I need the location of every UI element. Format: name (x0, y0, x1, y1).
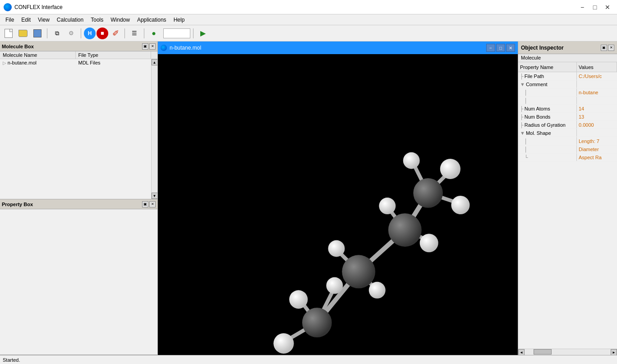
property-box-close[interactable]: ✕ (149, 201, 156, 207)
insp-row-numatoms: ├ Num Atoms 14 (518, 105, 617, 113)
open-icon (18, 30, 28, 37)
viewer-minimize[interactable]: − (486, 44, 495, 52)
inspector-header: Object Inspector ▣ ✕ (518, 41, 617, 54)
new-doc-icon (5, 29, 13, 38)
scroll-down-button[interactable]: ▼ (152, 193, 158, 199)
insp-name-numatoms: ├ Num Atoms (518, 105, 577, 112)
open-button[interactable] (16, 27, 30, 40)
molecule-name-0: ▷ n-butane.mol (0, 60, 76, 66)
run-icon: ✐ (112, 28, 119, 38)
property-box-restore[interactable]: ▣ (142, 201, 148, 207)
app-icon (4, 3, 12, 11)
hydrogen-button[interactable]: H (84, 28, 96, 39)
main-area: Molecule Box ▣ ✕ Molecule Name File Type (0, 41, 617, 355)
play-button[interactable]: ▶ (196, 27, 210, 40)
input-field[interactable] (163, 28, 190, 38)
insp-row-molshape[interactable]: ▼ Mol. Shape (518, 129, 617, 137)
insp-val-rog: 0.0000 (577, 121, 617, 129)
stop-button[interactable]: ⏹ (97, 28, 108, 39)
svg-point-27 (451, 196, 470, 214)
molecule-box-restore[interactable]: ▣ (142, 43, 148, 50)
viewer-canvas[interactable] (158, 54, 518, 355)
insp-name-diameter: │ (518, 145, 577, 153)
copy-icon: ⧉ (55, 30, 59, 37)
property-box-title: Property Box (2, 202, 33, 207)
inspector-col-property: Property Name (518, 62, 577, 72)
list-icon: ☰ (132, 30, 137, 37)
insp-row-numbonds: ├ Num Bonds 13 (518, 113, 617, 121)
scroll-up-button[interactable]: ▲ (152, 59, 158, 65)
hscroll-left-button[interactable]: ◄ (518, 349, 525, 355)
viewer-area: n-butane.mol − □ ✕ (158, 41, 518, 355)
status-bar: Started. (0, 355, 617, 364)
molecule-box-header: Molecule Box ▣ ✕ (0, 41, 157, 51)
toolbar-separator-3 (124, 28, 125, 38)
menu-applications[interactable]: Applications (134, 16, 170, 24)
save-button[interactable] (31, 27, 44, 40)
title-bar: CONFLEX Interface − □ ✕ (0, 0, 617, 14)
list-button[interactable]: ☰ (128, 27, 141, 40)
menu-edit[interactable]: Edit (18, 16, 34, 24)
menu-calculation[interactable]: Calculation (53, 16, 87, 24)
new-button[interactable] (2, 27, 15, 40)
build-button[interactable]: ⚙ (64, 27, 78, 40)
molecule-box-close[interactable]: ✕ (149, 43, 156, 50)
inspector-restore[interactable]: ▣ (601, 45, 607, 51)
menu-file[interactable]: File (2, 16, 18, 24)
hscroll-thumb[interactable] (534, 349, 552, 355)
viewer-icon (161, 45, 167, 51)
molecule-table-area: ▷ n-butane.mol MDL Files ▲ ▼ (0, 59, 157, 199)
run-button[interactable]: ✐ (109, 28, 122, 39)
insp-name-length: │ (518, 137, 577, 145)
svg-point-15 (342, 255, 375, 288)
left-panel: Molecule Box ▣ ✕ Molecule Name File Type (0, 41, 158, 355)
app-title: CONFLEX Interface (14, 4, 63, 10)
molecule-box-controls: ▣ ✕ (142, 43, 156, 50)
svg-point-18 (289, 290, 308, 309)
insp-row-aspectratio: └ Aspect Ra (518, 153, 617, 161)
close-button[interactable]: ✕ (602, 3, 613, 12)
insp-val-numatoms: 14 (577, 105, 617, 112)
menu-window[interactable]: Window (107, 16, 134, 24)
status-text: Started. (3, 357, 20, 363)
sphere-button[interactable]: ● (147, 27, 161, 40)
save-icon (33, 29, 41, 37)
insp-name-aspectratio: └ (518, 153, 577, 161)
inspector-header-controls: ▣ ✕ (601, 45, 614, 51)
viewer-window-controls: − □ ✕ (486, 44, 515, 52)
viewer-title-area: n-butane.mol (161, 45, 201, 51)
hscroll-right-button[interactable]: ► (611, 349, 617, 355)
copy-button[interactable]: ⧉ (50, 27, 64, 40)
col-header-name[interactable]: Molecule Name (0, 51, 76, 59)
property-box-controls: ▣ ✕ (142, 201, 156, 207)
maximize-button[interactable]: □ (589, 3, 601, 12)
insp-row-diameter: │ Diameter (518, 145, 617, 153)
hscroll-track (525, 349, 611, 355)
inspector-subtitle: Molecule (518, 54, 617, 62)
minimize-button[interactable]: − (576, 3, 588, 12)
molecule-viewer-svg (158, 54, 518, 355)
molecule-row-0[interactable]: ▷ n-butane.mol MDL Files (0, 59, 151, 66)
col-header-type[interactable]: File Type (76, 51, 152, 59)
molecule-box: Molecule Box ▣ ✕ Molecule Name File Type (0, 41, 157, 199)
inspector-rows: ├ File Path C:/Users/c ▼ Comment (518, 72, 617, 349)
insp-row-length: │ Length: 7 (518, 137, 617, 145)
menu-help[interactable]: Help (170, 16, 189, 24)
inspector-table: Property Name Values ├ File Path C:/User… (518, 62, 617, 349)
svg-point-26 (403, 152, 420, 169)
insp-val-diameter: Diameter (577, 145, 617, 153)
insp-val-comment-val: n-butane (577, 88, 617, 96)
insp-row-comment[interactable]: ▼ Comment (518, 80, 617, 88)
svg-point-25 (440, 159, 460, 179)
viewer-restore[interactable]: □ (496, 44, 505, 52)
insp-val-empty (577, 97, 617, 104)
inspector-close[interactable]: ✕ (608, 45, 614, 51)
viewer-close[interactable]: ✕ (506, 44, 515, 52)
menu-view[interactable]: View (34, 16, 53, 24)
insp-row-comment-val: │ n-butane (518, 88, 617, 97)
build-icon: ⚙ (69, 30, 74, 37)
menu-tools[interactable]: Tools (87, 16, 107, 24)
viewer-titlebar: n-butane.mol − □ ✕ (158, 41, 518, 54)
insp-val-aspectratio: Aspect Ra (577, 153, 617, 161)
insp-name-molshape: ▼ Mol. Shape (518, 129, 577, 137)
